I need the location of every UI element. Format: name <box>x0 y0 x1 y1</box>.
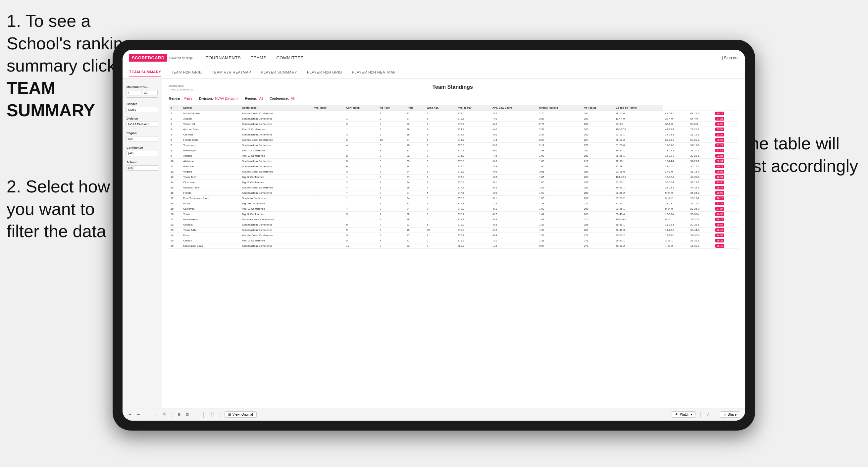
cell-22-14: 33-44-3 <box>688 227 714 233</box>
cell-23-11: 221 <box>582 233 614 238</box>
cell-21-6: 21 <box>405 222 425 227</box>
share-button[interactable]: ↗ Share <box>720 411 740 418</box>
cell-24-9: -3.1 <box>491 238 537 243</box>
cell-2-11: 203 <box>582 122 614 127</box>
cell-14-5: 8 <box>378 185 405 190</box>
cell-17-8: 279.1 <box>456 201 491 206</box>
cell-1-14: 54-4-0 <box>688 116 714 122</box>
cell-18-7: 2 <box>425 206 456 212</box>
cell-12-14: 40-38-2 <box>688 175 714 180</box>
cell-16-5: 8 <box>378 196 405 201</box>
cell-5-2: Atlantic Coast Conference <box>241 137 312 143</box>
cell-18-12: 83-25-1 <box>614 206 663 212</box>
table-row: 13Texas TechBig 12 Conference-19272276.0… <box>169 175 739 180</box>
cell-4-6: 18 <box>405 132 425 137</box>
subnav-player-summary[interactable]: PLAYER SUMMARY <box>261 68 297 77</box>
subnav-team-h2h-heatmap[interactable]: TEAM H2H HEATMAP <box>212 68 251 77</box>
cell-24-1: Oregon <box>182 238 240 243</box>
cell-0-9: -5.2 <box>491 111 537 116</box>
view-original-button[interactable]: ▤ View: Original <box>224 411 257 418</box>
cell-6-9: -9.5 <box>491 143 537 148</box>
cell-9-1: Alabama <box>182 159 240 164</box>
nav-signout[interactable]: | Sign out <box>722 56 739 60</box>
logo-area: SCOREBOARD Powered by clippi <box>129 54 192 62</box>
undo-btn[interactable]: ↩ <box>127 411 132 418</box>
col-avg-par: Avg. to Par <box>456 105 491 111</box>
more-btn[interactable]: ⋯ <box>193 411 199 418</box>
school-select[interactable]: (All) <box>126 165 158 170</box>
region-select[interactable]: N/A <box>126 136 158 142</box>
nav-committee[interactable]: COMMITTEE <box>276 54 304 62</box>
redo-btn[interactable]: ↪ <box>136 411 141 418</box>
subnav-team-h2h-grid[interactable]: TEAM H2H GRID <box>171 68 202 77</box>
cell-16-7: 5 <box>425 196 456 201</box>
paste-btn[interactable]: ⊡ <box>185 411 190 418</box>
cell-2-0: 3 <box>169 122 182 127</box>
cell-6-4: 4 <box>345 143 378 148</box>
cell-8-12: 86-26-1 <box>614 153 663 159</box>
cell-20-13: 9-12-1 <box>663 217 688 222</box>
cell-3-13: 43-23-1 <box>663 127 688 132</box>
clock-btn[interactable]: 🕐 <box>208 411 215 418</box>
division-select[interactable]: NCAA Division I <box>126 122 158 127</box>
cell-10-5: 8 <box>378 164 405 169</box>
cell-18-0: 19 <box>169 206 182 212</box>
cell-16-4: 1 <box>345 196 378 201</box>
cell-9-2: Southeastern Conference <box>241 159 312 164</box>
gender-section: Gender Men's <box>126 102 158 112</box>
logo-sub: Powered by clippi <box>169 56 193 60</box>
gender-select[interactable]: Men's <box>126 107 158 112</box>
toolbar-divider-5 <box>715 412 715 418</box>
cell-5-13: 33-25-2 <box>663 137 688 143</box>
cell-7-5: 8 <box>378 148 405 153</box>
min-input[interactable] <box>126 90 142 95</box>
cell-2-14: 50-6-0 <box>688 122 714 127</box>
nav-teams[interactable]: TEAMS <box>251 54 266 62</box>
cell-13-1: Oklahoma <box>182 180 240 185</box>
watch-button[interactable]: 👁 Watch ▾ <box>672 411 696 418</box>
tablet-screen: SCOREBOARD Powered by clippi TOURNAMENTS… <box>123 50 745 421</box>
toolbar-divider-2 <box>203 412 204 418</box>
cell-19-6: 22 <box>405 212 425 217</box>
cell-1-10: 2.88 <box>537 116 582 122</box>
cell-25-14: 15-30-0 <box>688 243 714 249</box>
max-input[interactable] <box>143 90 158 95</box>
cell-12-13: 15-32-2 <box>663 175 688 180</box>
cell-21-10: 1.28 <box>537 222 582 227</box>
cell-9-10: 1.86 <box>537 159 582 164</box>
cell-17-2: Big Ten Conference <box>241 201 312 206</box>
minimum-label: Minimum Rou... <box>126 86 158 89</box>
cell-25-6: 23 <box>405 243 425 249</box>
cell-16-13: 9-17-2 <box>663 196 688 201</box>
subnav-player-h2h-grid[interactable]: PLAYER H2H GRID <box>307 68 342 77</box>
bottom-toolbar: ↩ ↪ ← → ⟳ ⊞ ⊡ ⋯ 🕐 ▤ View: Original 👁 Wat… <box>123 408 745 421</box>
subnav-team-summary[interactable]: TEAM SUMMARY <box>129 67 161 77</box>
cell-1-0: 2 <box>169 116 182 122</box>
cell-8-5: 8 <box>378 153 405 159</box>
conference-select[interactable]: (All) <box>126 151 158 156</box>
refresh-btn[interactable]: ⟳ <box>162 411 167 418</box>
cell-21-14: 20-39-1 <box>688 222 714 227</box>
nav-tournaments[interactable]: TOURNAMENTS <box>206 54 241 62</box>
subnav-player-h2h-heatmap[interactable]: PLAYER H2H HEATMAP <box>352 68 396 77</box>
cell-7-14: 39-20-1 <box>688 148 714 153</box>
cell-16-9: -5.1 <box>491 196 537 201</box>
standings-table: # School Conference Avg. Rank Conf Rank … <box>169 105 739 249</box>
cell-24-4: 5 <box>345 238 378 243</box>
cell-14-11: 265 <box>582 185 614 190</box>
cell-8-13: 14-21-0 <box>663 153 688 159</box>
cell-12-5: 9 <box>378 175 405 180</box>
forward-btn[interactable]: → <box>153 412 159 418</box>
school-label: School <box>126 161 158 164</box>
cell-25-12: 60-39-2 <box>614 243 663 249</box>
region-label: Region <box>126 131 158 135</box>
copy-btn[interactable]: ⊞ <box>177 411 182 418</box>
cell-14-6: 26 <box>405 185 425 190</box>
expand-btn[interactable]: ⤢ <box>705 411 710 418</box>
cell-8-9: -4.6 <box>491 153 537 159</box>
cell-0-10: 2.70 <box>537 111 582 116</box>
cell-14-12: 76-26-1 <box>614 185 663 190</box>
back-btn[interactable]: ← <box>144 412 150 418</box>
cell-10-9: -3.8 <box>491 164 537 169</box>
nav-bar: SCOREBOARD Powered by clippi TOURNAMENTS… <box>123 50 745 66</box>
